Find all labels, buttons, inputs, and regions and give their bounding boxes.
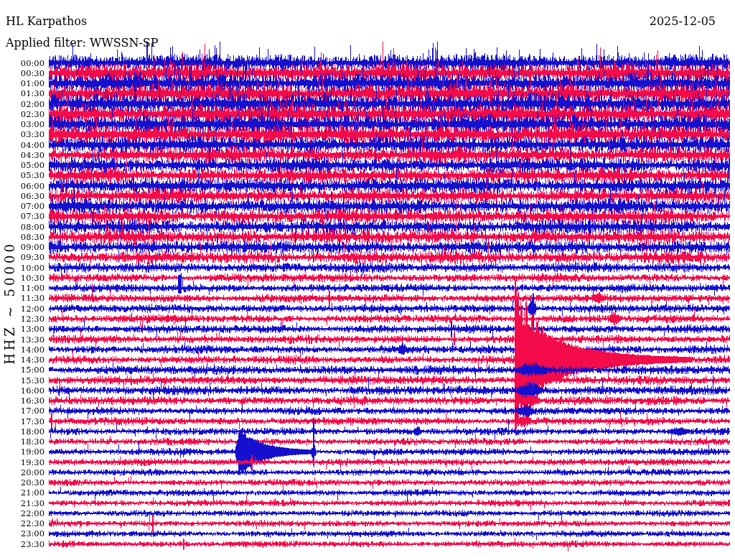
time-label: 11:30 <box>0 294 45 302</box>
time-label: 09:00 <box>0 243 45 251</box>
time-label: 07:30 <box>0 212 45 220</box>
time-label: 04:30 <box>0 151 45 159</box>
time-label: 14:30 <box>0 355 45 364</box>
time-label: 21:30 <box>0 499 45 508</box>
time-label: 06:00 <box>0 182 45 190</box>
time-label: 04:00 <box>0 141 45 149</box>
time-label: 08:00 <box>0 223 45 231</box>
time-label: 11:00 <box>0 284 45 292</box>
time-label: 03:00 <box>0 120 45 129</box>
time-label: 22:30 <box>0 519 45 528</box>
plot-date: 2025-12-05 <box>650 14 716 28</box>
time-label: 03:30 <box>0 130 45 139</box>
helicorder-page: HL Karpathos 2025-12-05 Applied filter: … <box>0 0 735 560</box>
time-label: 09:30 <box>0 253 45 261</box>
time-label: 10:00 <box>0 263 45 272</box>
time-label: 05:00 <box>0 161 45 169</box>
time-label: 17:00 <box>0 406 45 415</box>
time-label: 19:30 <box>0 458 45 467</box>
time-label: 15:00 <box>0 365 45 374</box>
time-label: 16:00 <box>0 386 45 395</box>
time-label: 17:30 <box>0 417 45 426</box>
time-label: 02:00 <box>0 100 45 108</box>
time-label: 19:00 <box>0 447 45 456</box>
helicorder-canvas <box>0 0 735 560</box>
time-label: 01:00 <box>0 79 45 88</box>
time-label: 10:30 <box>0 274 45 282</box>
time-label: 00:00 <box>0 59 45 67</box>
time-label: 00:30 <box>0 69 45 78</box>
time-label: 12:30 <box>0 314 45 323</box>
time-label: 18:30 <box>0 437 45 446</box>
time-label: 20:30 <box>0 478 45 487</box>
time-label: 13:30 <box>0 335 45 344</box>
time-label: 21:00 <box>0 488 45 497</box>
time-label: 13:00 <box>0 325 45 333</box>
time-label: 22:00 <box>0 509 45 518</box>
time-label: 14:00 <box>0 345 45 354</box>
time-label: 08:30 <box>0 233 45 241</box>
time-label: 02:30 <box>0 110 45 118</box>
time-label: 16:30 <box>0 396 45 405</box>
time-label: 06:30 <box>0 192 45 200</box>
time-label: 23:00 <box>0 529 45 538</box>
time-label: 20:00 <box>0 468 45 477</box>
time-axis: 00:0000:3001:0001:3002:0002:3003:0003:30… <box>0 0 45 560</box>
time-label: 01:30 <box>0 89 45 98</box>
time-label: 05:30 <box>0 171 45 179</box>
time-label: 18:00 <box>0 427 45 436</box>
time-label: 12:00 <box>0 304 45 313</box>
time-label: 15:30 <box>0 376 45 385</box>
time-label: 23:30 <box>0 540 45 549</box>
time-label: 07:00 <box>0 202 45 210</box>
